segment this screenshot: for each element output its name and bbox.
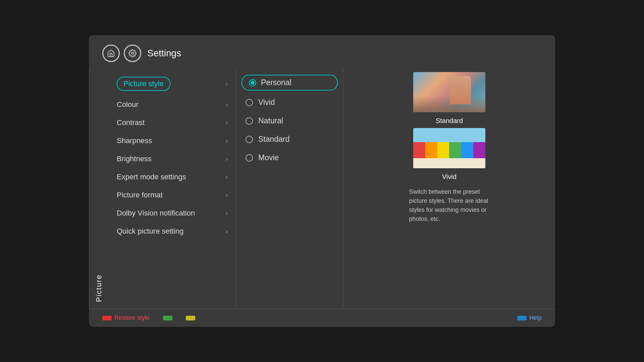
settings-icon[interactable]: [124, 45, 141, 62]
green-button-icon: [163, 316, 172, 320]
menu-item-label-active: Picture style: [117, 77, 170, 91]
preview-label-standard: Standard: [436, 117, 463, 125]
option-movie[interactable]: Movie: [236, 148, 343, 167]
menu-item-sharpness[interactable]: Sharpness ›: [109, 132, 236, 150]
option-natural-label: Natural: [258, 116, 283, 125]
option-personal-label: Personal: [261, 78, 291, 87]
menu-item-brightness[interactable]: Brightness ›: [109, 150, 236, 168]
help-button[interactable]: Help: [517, 314, 542, 321]
chevron-icon: ›: [226, 228, 228, 235]
radio-vivid: [246, 99, 253, 106]
menu-item-quick-label: Quick picture setting: [117, 227, 183, 236]
yellow-button-icon: [186, 316, 195, 320]
radio-natural: [246, 117, 253, 125]
menu-item-contrast[interactable]: Contrast ›: [109, 114, 236, 132]
option-vivid-label: Vivid: [258, 98, 275, 107]
hut-blue: [461, 142, 473, 168]
home-icon[interactable]: [102, 45, 120, 62]
menu-item-dolby-label: Dolby Vision notification: [117, 209, 195, 218]
option-movie-label: Movie: [258, 153, 279, 162]
menu-item-colour[interactable]: Colour ›: [109, 96, 236, 114]
green-button[interactable]: [163, 316, 172, 320]
blue-button-icon: [517, 316, 527, 320]
header-title: Settings: [147, 48, 181, 59]
restore-style-button[interactable]: Restore style: [102, 314, 150, 321]
menu-item-quick-picture[interactable]: Quick picture setting ›: [109, 222, 236, 240]
options-panel: Personal Vivid Natural Standard Movie: [236, 69, 343, 309]
radio-movie: [246, 154, 253, 162]
chevron-icon: ›: [226, 210, 228, 217]
hut-red: [413, 142, 425, 168]
chevron-icon: ›: [226, 174, 228, 181]
menu-item-picture-style[interactable]: Picture style ›: [109, 72, 236, 96]
menu-item-expert-label: Expert mode settings: [117, 173, 186, 181]
footer: Restore style Help: [89, 309, 555, 327]
img-standard: [413, 72, 485, 112]
chevron-icon: ›: [226, 119, 228, 126]
menu-item-brightness-label: Brightness: [117, 155, 152, 163]
img-vivid: [413, 128, 485, 168]
radio-personal: [249, 79, 256, 86]
red-button-icon: [102, 316, 112, 320]
option-vivid[interactable]: Vivid: [236, 93, 343, 112]
main-content: Picture Picture style › Colour › Contras…: [89, 69, 555, 309]
chevron-icon: ›: [226, 137, 228, 144]
restore-style-label: Restore style: [114, 314, 150, 321]
menu-item-colour-label: Colour: [117, 100, 139, 109]
radio-personal-fill: [251, 81, 255, 85]
menu-item-sharpness-label: Sharpness: [117, 136, 152, 145]
sidebar-label: Picture: [89, 69, 109, 309]
hut-yellow: [437, 142, 449, 168]
preview-panel: Standard Vivid Switch between the preset…: [343, 69, 555, 309]
menu-panel: Picture style › Colour › Contrast › Shar…: [109, 69, 236, 309]
header: Settings: [89, 35, 555, 69]
preview-image-standard: [413, 72, 485, 112]
menu-item-contrast-label: Contrast: [117, 118, 145, 127]
hut-green: [449, 142, 461, 168]
yellow-button[interactable]: [186, 316, 195, 320]
hut-orange: [425, 142, 437, 168]
option-personal[interactable]: Personal: [241, 75, 338, 90]
menu-item-format-label: Picture format: [117, 191, 163, 199]
option-standard-label: Standard: [258, 135, 289, 144]
svg-point-0: [131, 52, 133, 54]
help-label: Help: [529, 314, 542, 321]
menu-item-expert-mode[interactable]: Expert mode settings ›: [109, 168, 236, 186]
option-natural[interactable]: Natural: [236, 112, 343, 130]
tv-screen: Settings Picture Picture style › Colour …: [89, 35, 555, 327]
option-standard[interactable]: Standard: [236, 130, 343, 148]
radio-standard: [246, 136, 253, 143]
chevron-icon: ›: [226, 156, 228, 163]
preview-image-vivid: [413, 128, 485, 168]
preview-label-vivid: Vivid: [442, 173, 457, 181]
chevron-icon: ›: [226, 101, 228, 108]
chevron-icon: ›: [226, 80, 228, 87]
hut-purple: [473, 142, 485, 168]
menu-item-picture-format[interactable]: Picture format ›: [109, 186, 236, 204]
preview-description: Switch between the preset picture styles…: [409, 187, 490, 224]
chevron-icon: ›: [226, 192, 228, 199]
menu-item-dolby-vision[interactable]: Dolby Vision notification ›: [109, 204, 236, 222]
